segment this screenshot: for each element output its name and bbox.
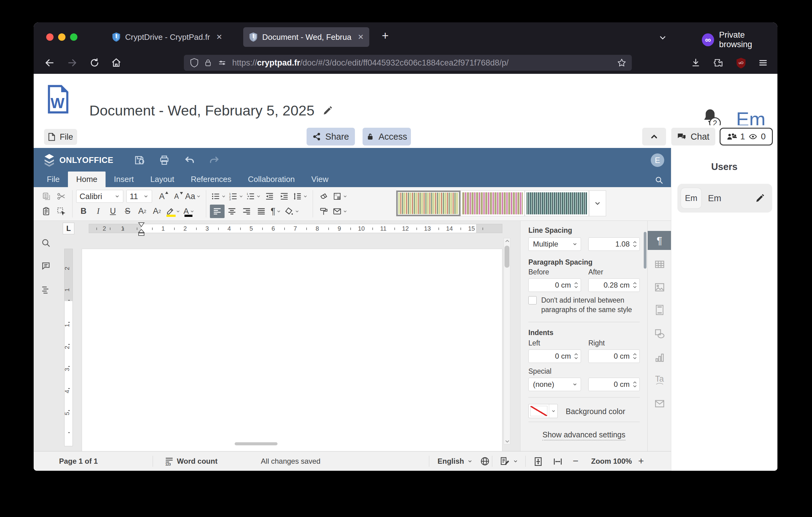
url-text[interactable]: https://cryptpad.fr/doc/#/3/doc/edit/ff0… <box>232 58 612 68</box>
reload-button[interactable] <box>90 58 99 68</box>
paragraph-shading-button[interactable] <box>283 205 301 218</box>
comments-icon[interactable] <box>41 261 51 271</box>
menu-references[interactable]: References <box>182 171 239 187</box>
decrease-indent-button[interactable] <box>262 190 277 203</box>
menu-home[interactable]: Home <box>68 171 106 187</box>
line-spacing-button[interactable] <box>292 190 309 203</box>
zoom-out-button[interactable]: − <box>573 452 579 471</box>
menu-view[interactable]: View <box>303 171 337 187</box>
spinner-arrows[interactable] <box>633 282 637 289</box>
horizontal-scrollbar[interactable] <box>82 441 502 446</box>
save-icon[interactable] <box>134 155 145 166</box>
line-spacing-select[interactable]: Multiple <box>528 237 581 251</box>
tab-stop-selector[interactable]: L <box>63 223 74 234</box>
menu-hamburger-icon[interactable] <box>758 58 768 68</box>
document-page[interactable] <box>82 249 502 452</box>
align-center-button[interactable] <box>225 205 239 218</box>
spinner-arrows[interactable] <box>574 282 578 289</box>
mail-merge-button[interactable] <box>331 205 349 218</box>
edit-name-pencil-icon[interactable] <box>755 193 765 203</box>
font-size-select[interactable]: 11 <box>126 190 152 203</box>
image-settings-tab[interactable] <box>648 278 671 297</box>
horizontal-scrollbar-thumb[interactable] <box>235 442 278 445</box>
style-swatch[interactable] <box>461 191 525 216</box>
style-swatch-selected[interactable] <box>396 191 461 216</box>
menu-file[interactable]: File <box>38 171 68 187</box>
url-bar[interactable]: https://cryptpad.fr/doc/#/3/doc/edit/ff0… <box>184 55 632 71</box>
forward-button[interactable] <box>67 58 78 68</box>
track-changes-button[interactable] <box>500 452 518 471</box>
spellcheck-globe-icon[interactable] <box>480 456 490 466</box>
chevron-down-icon[interactable] <box>549 404 557 418</box>
indent-right-input[interactable]: 0 cm <box>588 350 640 363</box>
menu-layout[interactable]: Layout <box>142 171 182 187</box>
mail-merge-settings-tab[interactable] <box>648 394 671 413</box>
notifications-bell-icon[interactable]: 2 <box>701 108 719 125</box>
copy-button[interactable] <box>39 190 54 203</box>
special-by-input[interactable]: 0 cm <box>588 378 640 391</box>
collapse-toolbar-button[interactable] <box>642 128 666 145</box>
justify-button[interactable] <box>254 205 269 218</box>
chat-button[interactable]: Chat <box>671 128 715 145</box>
zoom-in-button[interactable]: + <box>638 452 644 471</box>
fit-page-button[interactable] <box>533 456 543 467</box>
chart-settings-tab[interactable] <box>648 348 671 367</box>
table-shading-button[interactable] <box>331 190 349 203</box>
strikethrough-button[interactable]: S <box>120 205 135 218</box>
bold-button[interactable]: B <box>76 205 91 218</box>
page-indicator[interactable]: Page 1 of 1 <box>59 457 98 466</box>
decrease-font-button[interactable]: A <box>169 190 184 203</box>
tab-close-icon[interactable]: ✕ <box>358 33 364 42</box>
indent-markers[interactable] <box>137 222 146 236</box>
advanced-settings-link[interactable]: Show advanced settings <box>520 430 647 439</box>
panel-scrollbar-thumb[interactable] <box>644 232 646 269</box>
horizontal-ruler[interactable]: 21123456789101112131415 <box>89 224 502 233</box>
user-card[interactable]: Em Em <box>677 184 772 213</box>
spinner-arrows[interactable] <box>633 353 637 360</box>
file-menu-button[interactable]: File <box>44 129 77 145</box>
font-color-button[interactable]: A <box>182 205 196 218</box>
vertical-scrollbar[interactable] <box>503 238 510 444</box>
numbered-list-button[interactable]: 123 <box>227 190 245 203</box>
underline-button[interactable]: U <box>106 205 120 218</box>
minimize-window-button[interactable] <box>58 33 65 41</box>
styles-gallery-expand-button[interactable] <box>589 191 606 216</box>
spinner-arrows[interactable] <box>633 381 637 388</box>
tab-cryptdrive[interactable]: CryptDrive - CryptPad.fr ✕ <box>106 27 231 47</box>
align-right-button[interactable] <box>239 205 254 218</box>
close-window-button[interactable] <box>46 33 54 41</box>
rename-pencil-icon[interactable] <box>322 105 333 116</box>
table-settings-tab[interactable] <box>648 255 671 274</box>
select-all-button[interactable] <box>54 205 68 218</box>
session-users-indicator[interactable]: 1 0 <box>720 128 773 145</box>
spacing-before-input[interactable]: 0 cm <box>528 278 581 292</box>
share-button[interactable]: Share <box>307 128 355 145</box>
fit-width-button[interactable] <box>553 456 563 467</box>
superscript-button[interactable]: A2 <box>135 205 150 218</box>
tab-document[interactable]: Document - Wed, February 5, 20 ✕ <box>243 27 369 47</box>
navigation-headings-icon[interactable] <box>41 284 51 294</box>
special-select[interactable]: (none) <box>528 378 581 391</box>
permissions-icon[interactable] <box>218 58 227 67</box>
increase-indent-button[interactable] <box>277 190 292 203</box>
copy-style-roller-button[interactable] <box>317 205 331 218</box>
find-icon[interactable] <box>41 238 51 248</box>
change-case-button[interactable]: Aa <box>184 190 202 203</box>
extensions-puzzle-icon[interactable] <box>714 58 723 68</box>
word-count-button[interactable]: 123 Word count <box>165 452 218 471</box>
redo-icon[interactable] <box>209 155 220 166</box>
vertical-ruler[interactable]: 2112345 <box>64 249 73 446</box>
ublock-origin-icon[interactable]: uO <box>735 57 747 69</box>
textart-settings-tab[interactable]: Ta <box>648 371 671 389</box>
highlight-color-button[interactable] <box>164 205 182 218</box>
spacing-after-input[interactable]: 0.28 cm <box>588 278 640 292</box>
new-tab-button[interactable]: + <box>382 29 388 42</box>
align-left-button[interactable] <box>210 205 225 218</box>
subscript-button[interactable]: A2 <box>150 205 164 218</box>
downloads-button[interactable] <box>691 58 701 68</box>
vertical-scrollbar-thumb[interactable] <box>504 246 510 268</box>
language-selector[interactable]: English <box>437 452 490 471</box>
zoom-level[interactable]: Zoom 100% <box>591 457 632 466</box>
print-icon[interactable] <box>159 155 170 166</box>
spinner-arrows[interactable] <box>574 353 578 360</box>
